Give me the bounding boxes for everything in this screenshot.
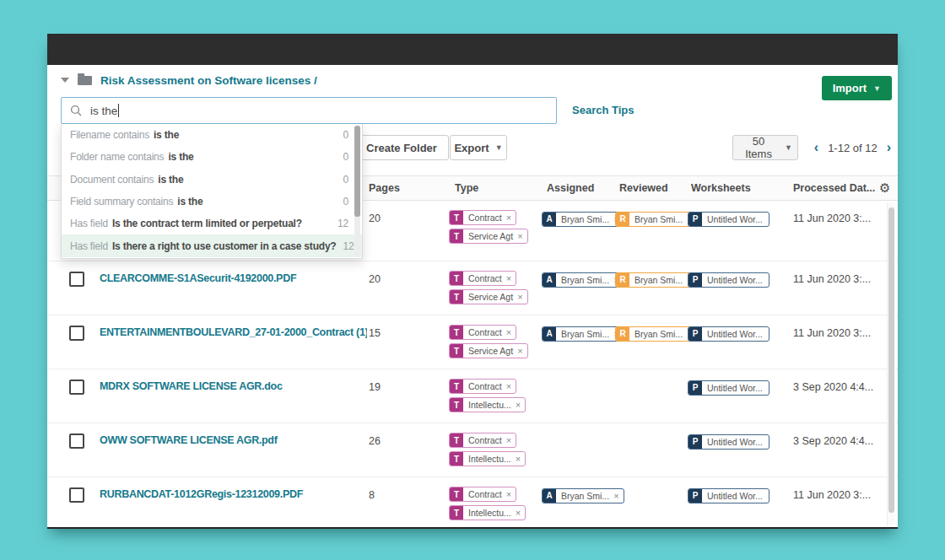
- reviewed-cell: RBryan Smi...×: [615, 271, 698, 288]
- remove-tag-icon[interactable]: ×: [514, 454, 525, 464]
- row-checkbox[interactable]: [69, 326, 84, 341]
- processed-date-cell: 3 Sep 2020 4:4...: [793, 435, 873, 447]
- type-tag[interactable]: TContract×: [449, 210, 516, 225]
- remove-tag-icon[interactable]: ×: [516, 292, 526, 302]
- import-button-label: Import: [833, 82, 867, 94]
- assigned-user-tag[interactable]: ABryan Smi...×: [542, 488, 624, 503]
- search-input[interactable]: is the: [61, 97, 557, 124]
- tag-letter-badge: R: [616, 326, 629, 342]
- worksheet-tag[interactable]: PUntitled Wor...: [688, 212, 770, 227]
- row-checkbox[interactable]: [69, 487, 84, 503]
- column-settings-gear-icon[interactable]: ⚙: [879, 180, 890, 196]
- search-suggestion-item[interactable]: Folder name contains is the 0: [62, 146, 362, 168]
- search-suggestion-item[interactable]: Field summary contains is the 0: [62, 191, 362, 213]
- remove-tag-icon[interactable]: ×: [505, 381, 516, 391]
- search-suggestion-item[interactable]: Has field Is the contract term limited o…: [62, 213, 362, 234]
- column-header-worksheets[interactable]: Worksheets: [691, 182, 751, 194]
- remove-tag-icon[interactable]: ×: [612, 491, 623, 501]
- tag-letter-badge: P: [688, 380, 702, 396]
- reviewer-tag[interactable]: RBryan Smi...×: [615, 272, 698, 288]
- reviewer-tag[interactable]: RBryan Smi...×: [615, 326, 698, 342]
- document-name-link[interactable]: RURBANCDAT-1012GRegis-12312009.PDF: [100, 488, 367, 500]
- type-tags-cell: TContract×TService Agt×: [449, 210, 528, 244]
- tag-label: Untitled Wor...: [702, 275, 769, 285]
- chevron-down-icon: ▼: [873, 84, 881, 93]
- remove-tag-icon[interactable]: ×: [514, 508, 525, 518]
- type-tag[interactable]: TIntellectu...×: [449, 451, 526, 466]
- remove-tag-icon[interactable]: ×: [505, 435, 516, 445]
- worksheet-tag[interactable]: PUntitled Wor...: [688, 326, 770, 342]
- assigned-user-tag[interactable]: ABryan Smi...×: [542, 326, 624, 342]
- table-scrollbar-thumb[interactable]: [888, 207, 894, 513]
- worksheets-cell: PUntitled Wor...: [688, 325, 770, 342]
- suggestions-scrollbar-thumb[interactable]: [354, 126, 360, 217]
- import-button[interactable]: Import ▼: [822, 76, 892, 100]
- create-folder-button[interactable]: Create Folder: [354, 135, 449, 160]
- suggestion-query: is the: [177, 196, 202, 207]
- suggestion-query: is the: [168, 151, 193, 163]
- worksheet-tag[interactable]: PUntitled Wor...: [688, 380, 770, 396]
- search-suggestion-item[interactable]: Document contains is the 0: [62, 169, 362, 191]
- export-button[interactable]: Export ▼: [450, 135, 507, 160]
- column-header-type[interactable]: Type: [455, 182, 478, 194]
- remove-tag-icon[interactable]: ×: [516, 231, 526, 241]
- remove-tag-icon[interactable]: ×: [505, 327, 516, 337]
- type-tags-cell: TContract×TIntellectu...×: [449, 379, 526, 412]
- column-header-reviewed[interactable]: Reviewed: [619, 182, 668, 194]
- tag-letter-badge: T: [450, 289, 463, 304]
- remove-tag-icon[interactable]: ×: [516, 346, 526, 356]
- row-checkbox[interactable]: [69, 380, 84, 395]
- search-query-text: is the: [90, 105, 117, 117]
- pages-cell: 20: [369, 213, 381, 224]
- tag-letter-badge: P: [688, 434, 702, 450]
- app-window: Risk Assessment on Software licenses / i…: [47, 34, 898, 529]
- type-tag[interactable]: TContract×: [449, 271, 516, 286]
- type-tag[interactable]: TIntellectu...×: [449, 397, 526, 412]
- previous-page-button[interactable]: ‹: [814, 141, 818, 154]
- next-page-button[interactable]: ›: [887, 141, 891, 154]
- type-tag[interactable]: TContract×: [449, 433, 516, 448]
- table-scrollbar[interactable]: [887, 202, 895, 525]
- processed-date-cell: 11 Jun 2020 3:...: [793, 213, 871, 224]
- type-tag[interactable]: TService Agt×: [449, 229, 528, 244]
- breadcrumb-folder-link[interactable]: Risk Assessment on Software licenses /: [100, 74, 317, 87]
- remove-tag-icon[interactable]: ×: [505, 489, 516, 499]
- suggestion-count: 12: [337, 240, 354, 252]
- column-header-pages[interactable]: Pages: [369, 182, 400, 194]
- worksheet-tag[interactable]: PUntitled Wor...: [688, 272, 770, 288]
- tag-label: Bryan Smi...: [629, 329, 685, 339]
- search-suggestion-item[interactable]: Filename contains is the 0: [62, 124, 362, 146]
- suggestions-scrollbar[interactable]: [354, 126, 360, 256]
- column-header-processed-date[interactable]: Processed Dat...: [793, 182, 875, 194]
- assigned-user-tag[interactable]: ABryan Smi...×: [542, 212, 624, 227]
- document-name-link[interactable]: OWW SOFTWARE LICENSE AGR.pdf: [100, 434, 367, 446]
- type-tag[interactable]: TContract×: [449, 325, 516, 340]
- search-tips-link[interactable]: Search Tips: [572, 104, 634, 116]
- document-name-link[interactable]: ENTERTAINMENTBOULEVARD_27-01-2000_Contra…: [100, 326, 367, 338]
- worksheet-tag[interactable]: PUntitled Wor...: [688, 434, 770, 450]
- assigned-cell: ABryan Smi...×: [542, 210, 624, 227]
- type-tag[interactable]: TService Agt×: [449, 343, 528, 358]
- type-tag[interactable]: TService Agt×: [449, 289, 528, 304]
- create-folder-label: Create Folder: [366, 142, 437, 154]
- page-size-dropdown[interactable]: 50 Items ▼: [732, 135, 798, 160]
- assigned-user-tag[interactable]: ABryan Smi...×: [542, 272, 624, 288]
- suggestion-prefix: Filename contains: [70, 129, 149, 141]
- type-tag[interactable]: TIntellectu...×: [449, 505, 526, 520]
- row-checkbox[interactable]: [69, 272, 84, 287]
- suggestion-query: Is the contract term limited or perpetua…: [112, 218, 302, 229]
- remove-tag-icon[interactable]: ×: [505, 213, 516, 223]
- remove-tag-icon[interactable]: ×: [505, 273, 516, 283]
- reviewed-cell: RBryan Smi...×: [615, 325, 698, 342]
- column-header-assigned[interactable]: Assigned: [547, 182, 594, 194]
- type-tag[interactable]: TContract×: [449, 379, 516, 394]
- document-name-link[interactable]: MDRX SOFTWARE LICENSE AGR.doc: [100, 380, 367, 392]
- remove-tag-icon[interactable]: ×: [514, 400, 525, 410]
- row-checkbox[interactable]: [69, 433, 84, 449]
- type-tag[interactable]: TContract×: [449, 487, 516, 502]
- document-name-link[interactable]: CLEARCOMME-S1ASecurit-4192000.PDF: [100, 272, 367, 284]
- worksheet-tag[interactable]: PUntitled Wor...: [688, 488, 770, 503]
- search-suggestion-item[interactable]: Has field Is there a right to use custom…: [62, 234, 362, 256]
- reviewer-tag[interactable]: RBryan Smi...×: [615, 212, 698, 227]
- folder-tree-expander-icon[interactable]: [61, 78, 69, 83]
